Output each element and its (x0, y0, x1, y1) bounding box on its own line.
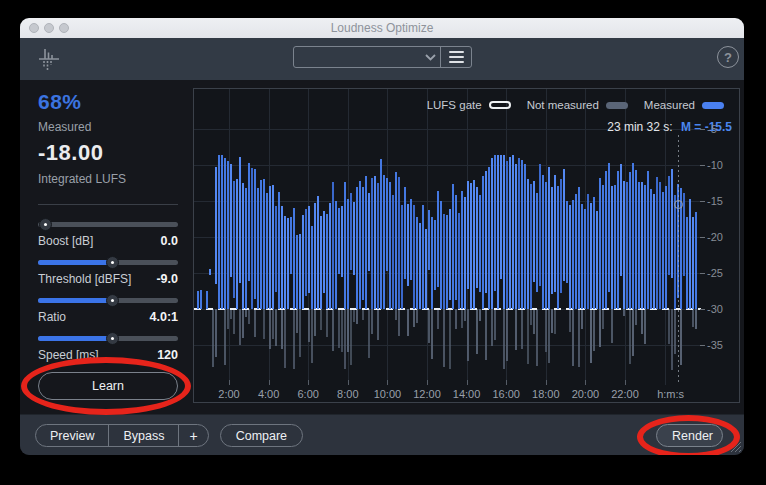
slider-meta: Boost [dB]0.0 (38, 234, 178, 248)
titlebar[interactable]: Loudness Optimize (20, 18, 744, 39)
slider-boost: Boost [dB]0.0 (38, 220, 178, 258)
not-measured-bar (581, 309, 583, 329)
y-axis-label: -25 (707, 267, 723, 279)
x-axis-unit-label: h:m:s (657, 388, 684, 400)
loudness-bar (245, 188, 247, 309)
slider-track-speed[interactable] (38, 336, 178, 341)
render-button[interactable]: Render (656, 424, 723, 447)
bypass-button[interactable]: Bypass (108, 425, 178, 446)
slider-handle-boost[interactable] (39, 218, 52, 231)
loudness-bar (683, 193, 685, 276)
loudness-bar (227, 161, 229, 309)
not-measured-bar (632, 309, 634, 356)
loudness-bar (431, 217, 433, 309)
measured-percent: 68% (38, 90, 82, 114)
not-measured-bar (680, 309, 682, 365)
slider-track-threshold[interactable] (38, 260, 178, 265)
learn-button[interactable]: Learn (38, 372, 178, 400)
loudness-bar (494, 155, 496, 291)
preview-button[interactable]: Preview (36, 425, 108, 446)
loudness-bar (554, 175, 556, 292)
not-measured-bar (593, 309, 595, 351)
not-measured-bar (284, 309, 286, 368)
loudness-bar (425, 229, 427, 309)
not-measured-bar (293, 309, 295, 369)
loudness-bar (248, 163, 250, 281)
resize-grip[interactable] (729, 440, 742, 453)
loudness-bar (359, 181, 361, 309)
x-axis-label: 8:00 (337, 388, 358, 400)
loudness-bar (452, 184, 454, 309)
loudness-bar (422, 205, 424, 309)
loudness-bar (263, 179, 265, 309)
legend-lufs-gate: LUFS gate (427, 99, 511, 111)
not-measured-bar (644, 309, 646, 344)
loudness-bar (464, 197, 466, 309)
help-label: ? (724, 50, 732, 65)
loudness-bar (362, 187, 364, 300)
loudness-bar (398, 177, 400, 309)
x-axis-tick (506, 380, 507, 385)
loudness-bar (230, 164, 232, 278)
loudness-bar (641, 182, 643, 309)
not-measured-bar (398, 309, 400, 336)
help-button[interactable]: ? (717, 46, 739, 68)
plugin-window: Loudness Optimize ? (20, 18, 744, 455)
loudness-bar (395, 172, 397, 309)
loudness-bar (650, 189, 652, 309)
loudness-bar (344, 182, 346, 309)
compare-button[interactable]: Compare (220, 424, 303, 447)
not-measured-bar (353, 309, 355, 322)
not-measured-bar (551, 309, 553, 333)
not-measured-bar (233, 309, 235, 334)
not-measured-bar (338, 309, 340, 348)
not-measured-bar (674, 309, 676, 354)
x-axis-tick (625, 380, 626, 385)
loudness-bar (284, 216, 286, 309)
loudness-bar (506, 161, 508, 309)
loudness-bar (665, 186, 667, 309)
slider-track-boost[interactable] (38, 222, 178, 227)
loudness-bar (635, 170, 637, 309)
loudness-bar (401, 205, 403, 309)
loudness-bar (674, 195, 676, 309)
loudness-bar (620, 164, 622, 276)
loudness-bar (221, 155, 223, 309)
loudness-bar (521, 160, 523, 309)
loudness-bar (476, 187, 478, 288)
chevron-down-icon (420, 47, 440, 67)
not-measured-bar (320, 309, 322, 330)
loudness-bar (200, 290, 202, 309)
loudness-bar (389, 182, 391, 309)
loudness-bar (614, 185, 616, 309)
y-axis-label: -30 (707, 303, 723, 315)
not-measured-bar (629, 309, 631, 364)
loudness-bar (413, 205, 415, 309)
not-measured-bar (263, 309, 265, 339)
slider-handle-ratio[interactable] (106, 294, 119, 307)
preset-value (294, 47, 420, 67)
slider-track-ratio[interactable] (38, 298, 178, 303)
loudness-bar (488, 167, 490, 309)
add-button[interactable]: + (178, 425, 207, 446)
slider-threshold: Threshold [dBFS]-9.0 (38, 258, 178, 296)
loudness-bar (473, 180, 475, 309)
not-measured-bar (428, 309, 430, 343)
loudness-bar (260, 180, 262, 309)
loudness-bar (239, 157, 241, 283)
not-measured-bar (326, 309, 328, 337)
preset-menu-button[interactable] (441, 47, 471, 67)
not-measured-bar (308, 309, 310, 342)
slider-value: 0.0 (161, 234, 178, 248)
slider-label: Speed [ms] (38, 348, 99, 362)
loudness-bar (545, 182, 547, 309)
loudness-bar (671, 169, 673, 278)
slider-handle-threshold[interactable] (106, 256, 119, 269)
loudness-bar (557, 186, 559, 309)
preset-dropdown[interactable] (293, 46, 472, 68)
loudness-bar (257, 188, 259, 309)
slider-handle-speed[interactable] (106, 332, 119, 345)
lufs-gate-swatch-icon (489, 101, 511, 109)
cursor-line (678, 135, 679, 385)
not-measured-bar (272, 309, 274, 339)
